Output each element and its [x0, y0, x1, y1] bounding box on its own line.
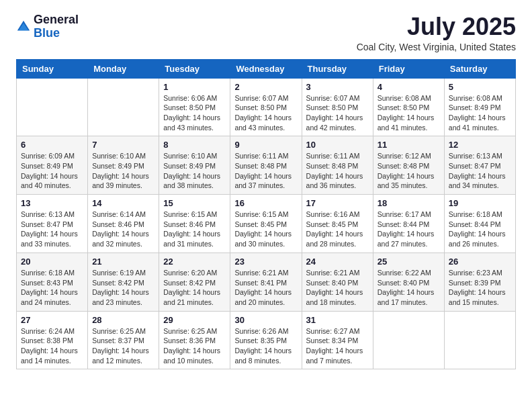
calendar-day-cell: 16Sunrise: 6:15 AMSunset: 8:45 PMDayligh… [230, 195, 302, 253]
calendar-day-cell: 19Sunrise: 6:18 AMSunset: 8:44 PMDayligh… [444, 195, 515, 253]
calendar-body: 1Sunrise: 6:06 AMSunset: 8:50 PMDaylight… [17, 78, 516, 369]
day-number: 5 [449, 82, 511, 92]
day-info: Sunrise: 6:07 AMSunset: 8:50 PMDaylight:… [306, 93, 369, 133]
logo: General Blue [16, 13, 79, 40]
calendar-header-cell: Thursday [302, 59, 373, 78]
day-info: Sunrise: 6:26 AMSunset: 8:35 PMDaylight:… [234, 326, 297, 366]
day-number: 10 [306, 140, 369, 150]
calendar-header-cell: Tuesday [159, 59, 230, 78]
calendar-day-cell: 29Sunrise: 6:25 AMSunset: 8:36 PMDayligh… [159, 311, 230, 369]
calendar-day-cell: 28Sunrise: 6:25 AMSunset: 8:37 PMDayligh… [88, 311, 159, 369]
calendar-day-cell: 9Sunrise: 6:11 AMSunset: 8:48 PMDaylight… [230, 136, 302, 195]
day-number: 11 [378, 140, 440, 150]
day-number: 16 [234, 198, 297, 208]
calendar-week-row: 20Sunrise: 6:18 AMSunset: 8:43 PMDayligh… [17, 253, 516, 311]
day-number: 27 [21, 315, 83, 325]
day-info: Sunrise: 6:18 AMSunset: 8:43 PMDaylight:… [21, 268, 83, 308]
day-info: Sunrise: 6:24 AMSunset: 8:38 PMDaylight:… [21, 326, 83, 366]
day-number: 22 [163, 257, 226, 267]
calendar-day-cell [17, 78, 88, 136]
calendar-day-cell: 2Sunrise: 6:07 AMSunset: 8:50 PMDaylight… [230, 78, 302, 136]
calendar-day-cell: 13Sunrise: 6:13 AMSunset: 8:47 PMDayligh… [17, 195, 88, 253]
calendar-day-cell: 6Sunrise: 6:09 AMSunset: 8:49 PMDaylight… [17, 136, 88, 195]
calendar-header-cell: Saturday [444, 59, 515, 78]
day-info: Sunrise: 6:25 AMSunset: 8:37 PMDaylight:… [92, 326, 154, 366]
calendar-day-cell: 25Sunrise: 6:22 AMSunset: 8:40 PMDayligh… [373, 253, 444, 311]
day-info: Sunrise: 6:09 AMSunset: 8:49 PMDaylight:… [21, 151, 83, 191]
day-number: 15 [163, 198, 226, 208]
day-number: 9 [234, 140, 297, 150]
calendar-day-cell: 23Sunrise: 6:21 AMSunset: 8:41 PMDayligh… [230, 253, 302, 311]
day-number: 29 [163, 315, 226, 325]
day-info: Sunrise: 6:10 AMSunset: 8:49 PMDaylight:… [92, 151, 154, 191]
calendar-day-cell: 8Sunrise: 6:10 AMSunset: 8:49 PMDaylight… [159, 136, 230, 195]
day-info: Sunrise: 6:12 AMSunset: 8:48 PMDaylight:… [378, 151, 440, 191]
calendar-day-cell: 10Sunrise: 6:11 AMSunset: 8:48 PMDayligh… [302, 136, 373, 195]
logo-icon [16, 19, 31, 34]
calendar-day-cell: 5Sunrise: 6:08 AMSunset: 8:49 PMDaylight… [444, 78, 515, 136]
calendar-week-row: 27Sunrise: 6:24 AMSunset: 8:38 PMDayligh… [17, 311, 516, 369]
day-info: Sunrise: 6:18 AMSunset: 8:44 PMDaylight:… [449, 210, 511, 249]
calendar-day-cell: 22Sunrise: 6:20 AMSunset: 8:42 PMDayligh… [159, 253, 230, 311]
day-info: Sunrise: 6:08 AMSunset: 8:49 PMDaylight:… [449, 93, 511, 133]
calendar-day-cell: 17Sunrise: 6:16 AMSunset: 8:45 PMDayligh… [302, 195, 373, 253]
calendar-day-cell: 20Sunrise: 6:18 AMSunset: 8:43 PMDayligh… [17, 253, 88, 311]
day-info: Sunrise: 6:08 AMSunset: 8:50 PMDaylight:… [378, 93, 440, 133]
calendar-week-row: 6Sunrise: 6:09 AMSunset: 8:49 PMDaylight… [17, 136, 516, 195]
day-number: 28 [92, 315, 154, 325]
day-number: 26 [449, 257, 511, 267]
calendar-day-cell [373, 311, 444, 369]
calendar-day-cell: 21Sunrise: 6:19 AMSunset: 8:42 PMDayligh… [88, 253, 159, 311]
day-info: Sunrise: 6:21 AMSunset: 8:40 PMDaylight:… [306, 268, 369, 308]
day-number: 2 [234, 82, 297, 92]
calendar-day-cell [88, 78, 159, 136]
day-info: Sunrise: 6:14 AMSunset: 8:46 PMDaylight:… [92, 210, 154, 249]
calendar-day-cell: 26Sunrise: 6:23 AMSunset: 8:39 PMDayligh… [444, 253, 515, 311]
day-number: 17 [306, 198, 369, 208]
day-number: 1 [163, 82, 226, 92]
day-info: Sunrise: 6:23 AMSunset: 8:39 PMDaylight:… [449, 268, 511, 308]
calendar-day-cell: 12Sunrise: 6:13 AMSunset: 8:47 PMDayligh… [444, 136, 515, 195]
day-number: 18 [378, 198, 440, 208]
calendar-table: SundayMondayTuesdayWednesdayThursdayFrid… [16, 59, 516, 370]
day-info: Sunrise: 6:19 AMSunset: 8:42 PMDaylight:… [92, 268, 154, 308]
day-number: 20 [21, 257, 83, 267]
calendar-day-cell: 30Sunrise: 6:26 AMSunset: 8:35 PMDayligh… [230, 311, 302, 369]
day-info: Sunrise: 6:11 AMSunset: 8:48 PMDaylight:… [234, 151, 297, 191]
calendar-day-cell: 24Sunrise: 6:21 AMSunset: 8:40 PMDayligh… [302, 253, 373, 311]
day-number: 13 [21, 198, 83, 208]
day-number: 12 [449, 140, 511, 150]
day-info: Sunrise: 6:11 AMSunset: 8:48 PMDaylight:… [306, 151, 369, 191]
day-number: 14 [92, 198, 154, 208]
calendar-day-cell: 1Sunrise: 6:06 AMSunset: 8:50 PMDaylight… [159, 78, 230, 136]
day-number: 4 [378, 82, 440, 92]
title-block: July 2025 Coal City, West Virginia, Unit… [357, 13, 516, 52]
day-number: 30 [234, 315, 297, 325]
calendar-day-cell: 14Sunrise: 6:14 AMSunset: 8:46 PMDayligh… [88, 195, 159, 253]
calendar-day-cell: 11Sunrise: 6:12 AMSunset: 8:48 PMDayligh… [373, 136, 444, 195]
day-number: 25 [378, 257, 440, 267]
day-number: 21 [92, 257, 154, 267]
calendar-header-cell: Wednesday [230, 59, 302, 78]
month-title: July 2025 [357, 13, 516, 40]
calendar-day-cell: 18Sunrise: 6:17 AMSunset: 8:44 PMDayligh… [373, 195, 444, 253]
calendar-day-cell: 27Sunrise: 6:24 AMSunset: 8:38 PMDayligh… [17, 311, 88, 369]
day-info: Sunrise: 6:17 AMSunset: 8:44 PMDaylight:… [378, 210, 440, 249]
day-info: Sunrise: 6:27 AMSunset: 8:34 PMDaylight:… [306, 326, 369, 366]
day-number: 31 [306, 315, 369, 325]
day-info: Sunrise: 6:10 AMSunset: 8:49 PMDaylight:… [163, 151, 226, 191]
day-number: 6 [21, 140, 83, 150]
location: Coal City, West Virginia, United States [357, 42, 516, 52]
day-info: Sunrise: 6:20 AMSunset: 8:42 PMDaylight:… [163, 268, 226, 308]
calendar-day-cell: 3Sunrise: 6:07 AMSunset: 8:50 PMDaylight… [302, 78, 373, 136]
day-number: 8 [163, 140, 226, 150]
calendar-day-cell: 4Sunrise: 6:08 AMSunset: 8:50 PMDaylight… [373, 78, 444, 136]
day-info: Sunrise: 6:21 AMSunset: 8:41 PMDaylight:… [234, 268, 297, 308]
calendar-header-cell: Friday [373, 59, 444, 78]
page-header: General Blue July 2025 Coal City, West V… [16, 13, 516, 52]
day-info: Sunrise: 6:25 AMSunset: 8:36 PMDaylight:… [163, 326, 226, 366]
calendar-week-row: 13Sunrise: 6:13 AMSunset: 8:47 PMDayligh… [17, 195, 516, 253]
day-info: Sunrise: 6:22 AMSunset: 8:40 PMDaylight:… [378, 268, 440, 308]
day-number: 7 [92, 140, 154, 150]
day-info: Sunrise: 6:16 AMSunset: 8:45 PMDaylight:… [306, 210, 369, 249]
